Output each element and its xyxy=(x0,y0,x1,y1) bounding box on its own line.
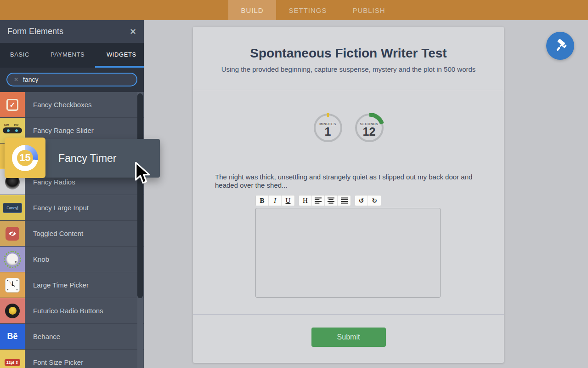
story-textarea[interactable] xyxy=(255,208,441,298)
underline-button[interactable]: U xyxy=(282,196,294,206)
search-clear-icon[interactable]: ✕ xyxy=(14,76,18,83)
widget-label: Large Time Picker xyxy=(25,272,89,298)
tab-publish[interactable]: PUBLISH xyxy=(342,0,396,20)
tab-payments[interactable]: PAYMENTS xyxy=(51,43,85,66)
widget-row-toggled-content[interactable]: Toggled Content xyxy=(0,221,144,247)
widget-label: Knob xyxy=(25,247,49,272)
widget-label: Font Size Picker xyxy=(25,350,83,368)
widget-row-font-size-picker[interactable]: 12pt ⇕ Font Size Picker xyxy=(0,350,144,368)
widget-row-behance[interactable]: Bē Behance xyxy=(0,324,144,350)
rich-text-toolbar: B I U H xyxy=(255,195,381,206)
widget-search-section: ✕ fancy xyxy=(0,68,144,92)
form-elements-panel: Form Elements ✕ BASIC PAYMENTS WIDGETS ✕… xyxy=(0,20,144,368)
paint-roller-icon xyxy=(554,39,567,53)
widget-row-fancy-checkboxes[interactable]: ✓ Fancy Checkboxes xyxy=(0,92,144,118)
undo-button[interactable]: ↺ xyxy=(355,196,368,206)
widget-row-large-time-picker[interactable]: Large Time Picker xyxy=(0,272,144,298)
align-center-icon xyxy=(328,197,334,204)
align-justify-button[interactable] xyxy=(338,196,351,206)
form-footer: Submit xyxy=(193,314,504,363)
top-nav-bar: BUILD SETTINGS PUBLISH xyxy=(0,0,588,20)
drag-ghost-label: Fancy Timer xyxy=(58,152,117,165)
panel-tabs: BASIC PAYMENTS WIDGETS xyxy=(0,43,144,68)
drag-ghost-timer-icon[interactable]: 15 xyxy=(5,138,45,178)
tab-settings[interactable]: SETTINGS xyxy=(280,0,335,20)
tab-basic[interactable]: BASIC xyxy=(10,43,29,66)
widget-label: Futurico Radio Buttons xyxy=(25,298,103,323)
heading-button[interactable]: H xyxy=(299,196,312,206)
widget-row-futurico-radio-buttons[interactable]: Futurico Radio Buttons xyxy=(0,298,144,324)
panel-title: Form Elements xyxy=(7,27,63,36)
font-size-icon: 12pt ⇕ xyxy=(0,350,25,368)
close-icon[interactable]: ✕ xyxy=(130,27,136,37)
mouse-cursor-icon xyxy=(134,162,153,186)
widget-row-fancy-large-input[interactable]: Fancy| Fancy Large Input xyxy=(0,195,144,221)
form-header[interactable]: Spontaneous Fiction Writer Test Using th… xyxy=(193,27,504,90)
form-designer-button[interactable] xyxy=(546,32,574,60)
form-subtitle: Using the provided beginning, capture su… xyxy=(193,65,504,73)
widget-list: ✓ Fancy Checkboxes $20 $60 Fancy Range S… xyxy=(0,92,144,368)
scrollbar-track[interactable] xyxy=(137,92,143,368)
search-input[interactable]: ✕ fancy xyxy=(6,73,137,86)
scrollbar-thumb[interactable] xyxy=(137,93,143,298)
fancy-timer-widget[interactable]: MINUTES 1 SECONDS 12 xyxy=(193,113,504,143)
tab-widgets[interactable]: WIDGETS xyxy=(107,43,136,66)
timer-seconds-circle: SECONDS 12 xyxy=(355,113,384,143)
story-prompt-text: The night was thick, unsettling and stra… xyxy=(215,173,494,190)
widget-label: Fancy Large Input xyxy=(25,195,89,220)
form-title: Spontaneous Fiction Writer Test xyxy=(193,46,504,61)
align-center-button[interactable] xyxy=(325,196,338,206)
widget-row-knob[interactable]: Knob xyxy=(0,247,144,272)
widget-label: Toggled Content xyxy=(25,221,83,246)
large-input-icon: Fancy| xyxy=(0,195,25,220)
seconds-value: 12 xyxy=(355,125,384,138)
tab-build[interactable]: BUILD xyxy=(228,0,276,20)
panel-header: Form Elements ✕ xyxy=(0,20,144,43)
behance-icon: Bē xyxy=(0,324,25,349)
search-value: fancy xyxy=(23,76,38,83)
knob-icon xyxy=(0,247,25,272)
form-canvas-card: Spontaneous Fiction Writer Test Using th… xyxy=(193,27,504,363)
align-left-button[interactable] xyxy=(312,196,325,206)
italic-button[interactable]: I xyxy=(269,196,282,206)
align-justify-icon xyxy=(341,197,348,204)
minutes-value: 1 xyxy=(313,125,343,138)
clock-icon xyxy=(0,272,25,298)
eye-off-icon xyxy=(0,221,25,246)
widget-label: Fancy Checkboxes xyxy=(25,92,92,117)
submit-button[interactable]: Submit xyxy=(311,328,386,347)
timer-minutes-circle: MINUTES 1 xyxy=(313,113,343,143)
widget-label: Behance xyxy=(25,324,60,349)
redo-button[interactable]: ↻ xyxy=(368,196,381,206)
align-left-icon xyxy=(315,197,322,204)
futurico-radio-icon xyxy=(0,298,25,323)
checkbox-icon: ✓ xyxy=(0,92,25,117)
bold-button[interactable]: B xyxy=(256,196,269,206)
